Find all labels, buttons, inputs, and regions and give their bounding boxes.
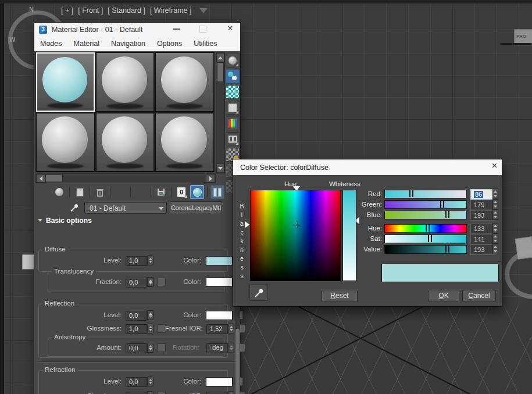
hue-value-field[interactable]: 133 <box>470 223 495 234</box>
sample-slot-3[interactable] <box>155 52 214 112</box>
translucency-fraction-field[interactable]: 0,0 <box>126 278 147 287</box>
refraction-ior-field[interactable]: 1,52 <box>206 392 228 394</box>
sat-value-field[interactable]: 141 <box>470 234 495 244</box>
close-button[interactable]: × <box>224 23 236 34</box>
scroll-left-button[interactable] <box>36 174 45 183</box>
translucency-color-swatch[interactable] <box>206 278 233 287</box>
parameters-scroll-thumb[interactable] <box>235 329 240 394</box>
refraction-level-field[interactable]: 0,0 <box>126 377 147 387</box>
sample-uv-tiling-icon[interactable] <box>226 101 240 115</box>
refraction-ior-spinner[interactable] <box>228 391 234 394</box>
make-unique-icon[interactable] <box>134 185 148 199</box>
sample-slot-5[interactable] <box>96 113 155 172</box>
diffuse-color-swatch[interactable] <box>206 256 233 265</box>
anisotropy-amount-field[interactable]: 0,0 <box>126 343 147 353</box>
viewport-menu-renderer[interactable]: [ Standard ] <box>108 6 145 15</box>
put-to-library-icon[interactable] <box>154 185 168 199</box>
put-material-to-scene-icon[interactable] <box>52 185 66 199</box>
green-value-field[interactable]: 179 <box>470 200 495 210</box>
make-preview-icon[interactable] <box>226 132 240 146</box>
viewport-menu-shading[interactable]: [ Wireframe ] <box>150 6 192 15</box>
red-value-field[interactable]: 86 <box>470 189 495 200</box>
sample-slot-6[interactable] <box>155 113 214 172</box>
reflection-glossiness-field[interactable]: 1,0 <box>126 324 147 334</box>
scroll-down-button[interactable] <box>216 164 224 173</box>
backlight-icon[interactable] <box>226 69 240 83</box>
vertical-scroll-thumb[interactable] <box>217 62 224 82</box>
green-slider[interactable] <box>384 200 467 209</box>
color-crosshair-icon[interactable] <box>294 222 300 228</box>
refraction-glossiness-map-button[interactable] <box>157 392 166 394</box>
background-icon[interactable] <box>226 85 240 99</box>
close-icon[interactable]: × <box>492 161 497 171</box>
reset-button[interactable]: Reset <box>322 290 358 302</box>
refraction-glossiness-field[interactable]: 1,0 <box>126 392 147 394</box>
blue-spinner[interactable] <box>492 210 498 220</box>
sample-slot-4[interactable] <box>36 113 95 172</box>
menu-options[interactable]: Options <box>151 40 188 48</box>
reflection-level-spinner[interactable] <box>147 310 153 320</box>
delete-material-icon[interactable] <box>93 185 107 199</box>
menu-modes[interactable]: Modes <box>34 40 68 48</box>
material-type-button[interactable]: CoronaLegacyMtl <box>170 201 222 214</box>
material-id-channel-icon[interactable]: 0 <box>174 185 188 199</box>
scroll-right-button[interactable] <box>206 174 215 183</box>
value-value-field[interactable]: 193 <box>470 244 495 255</box>
red-spinner[interactable] <box>492 189 498 199</box>
viewport-menu-general[interactable]: [ + ] <box>61 6 73 15</box>
ok-button[interactable]: OK <box>428 290 459 302</box>
diffuse-level-spinner[interactable] <box>147 255 153 265</box>
menu-navigation[interactable]: Navigation <box>105 40 151 48</box>
reflection-color-swatch[interactable] <box>206 311 233 320</box>
minimize-button[interactable] <box>173 29 180 30</box>
blackness-marker-icon[interactable] <box>245 221 249 228</box>
make-material-copy-icon[interactable] <box>113 185 127 199</box>
slots-horizontal-scrollbar[interactable] <box>35 173 216 183</box>
restore-button[interactable] <box>199 26 206 33</box>
video-color-check-icon[interactable] <box>226 116 240 130</box>
color-selector-titlebar[interactable]: Color Selector: colorDiffuse × <box>233 159 502 175</box>
fresnel-ior-spinner[interactable] <box>228 324 234 333</box>
material-editor-titlebar[interactable]: 3 Material Editor - 01 - Default × <box>34 23 240 37</box>
sample-type-sphere-icon[interactable] <box>226 54 240 68</box>
sat-spinner[interactable] <box>492 233 498 244</box>
pick-material-from-object-button[interactable] <box>67 201 82 214</box>
fresnel-ior-field[interactable]: 1,52 <box>206 324 228 334</box>
translucency-fraction-map-button[interactable] <box>157 278 166 286</box>
reflection-glossiness-spinner[interactable] <box>147 324 153 333</box>
viewport-filter-icon[interactable] <box>199 8 208 13</box>
sat-slider[interactable] <box>384 235 467 243</box>
rollout-basic-options[interactable]: Basic options <box>38 216 92 225</box>
value-slider[interactable] <box>384 245 467 254</box>
blue-slider[interactable] <box>384 211 467 219</box>
cancel-button[interactable]: Cancel <box>462 290 496 302</box>
refraction-level-spinner[interactable] <box>147 377 153 386</box>
show-end-result-icon[interactable] <box>210 185 224 199</box>
green-spinner[interactable] <box>492 199 498 210</box>
sample-slot-2[interactable] <box>96 52 155 112</box>
hue-blackness-gradient[interactable] <box>250 190 341 281</box>
horizontal-scroll-thumb[interactable] <box>45 175 63 182</box>
hue-spinner[interactable] <box>492 223 498 233</box>
viewport-menu-pov[interactable]: [ Front ] <box>78 6 103 15</box>
blue-value-field[interactable]: 193 <box>470 210 495 221</box>
value-spinner[interactable] <box>492 244 498 254</box>
anisotropy-amount-spinner[interactable] <box>147 343 153 353</box>
menu-utilities[interactable]: Utilities <box>188 40 223 48</box>
get-material-icon[interactable] <box>37 185 51 199</box>
show-shaded-material-in-viewport-icon[interactable] <box>190 185 204 199</box>
screen-color-picker-button[interactable] <box>249 285 268 301</box>
translucency-fraction-spinner[interactable] <box>147 277 153 287</box>
slots-vertical-scrollbar[interactable] <box>216 52 225 173</box>
menu-material[interactable]: Material <box>68 40 105 48</box>
hue-slider[interactable] <box>384 224 467 233</box>
material-name-dropdown[interactable]: 01 - Default <box>84 202 167 214</box>
reflection-level-field[interactable]: 0,0 <box>126 311 147 321</box>
red-slider[interactable] <box>384 190 467 198</box>
sample-slot-1-selected[interactable] <box>36 52 95 112</box>
assign-material-to-selection-icon[interactable] <box>73 185 87 199</box>
refraction-color-swatch[interactable] <box>206 377 233 386</box>
refraction-glossiness-spinner[interactable] <box>147 391 153 394</box>
scroll-up-button[interactable] <box>216 53 224 62</box>
diffuse-level-field[interactable]: 1,0 <box>126 256 147 266</box>
